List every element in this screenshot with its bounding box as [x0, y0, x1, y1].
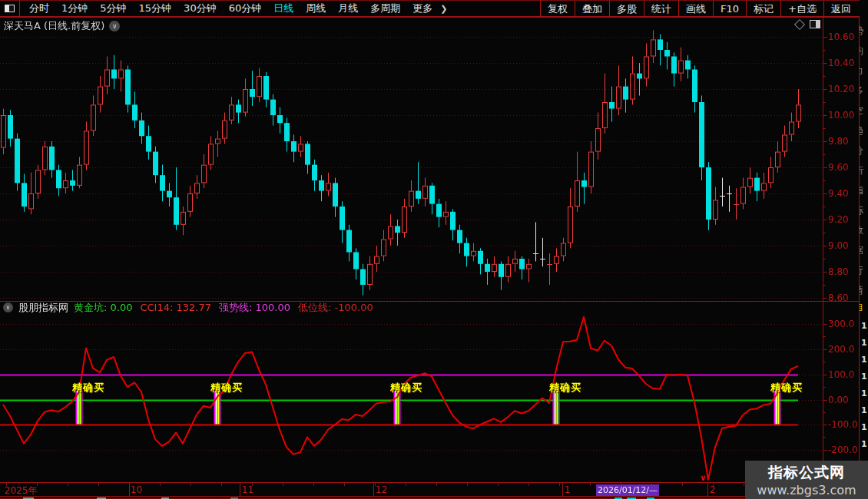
side-panel-fragment: 多 — [860, 84, 863, 97]
watermark-url: www.zbgs3.com — [757, 483, 856, 497]
indicator-header: ∨ 股朋指标网 黄金坑: 0.00CCI14: 132.77强势线: 100.0… — [3, 302, 381, 313]
selected-date-highlight: 2026/01/12/— — [596, 484, 659, 496]
top-toolbar: 分时1分钟5分钟15分钟30分钟60分钟日线周线月线多周期更多❯ 复权叠加多股统… — [0, 0, 868, 17]
side-panel-fragment: 指 — [860, 184, 863, 197]
side-panel-fragment: 析 — [860, 164, 863, 177]
layout-toggle-button[interactable] — [0, 1, 20, 17]
chart-title-row: 深天马А (日线.前复权) ∨ — [4, 19, 120, 33]
action-menu-item[interactable]: +自选 — [780, 1, 823, 17]
stock-title[interactable]: 深天马А (日线.前复权) — [4, 19, 104, 33]
buy-signal-label: 精确买 — [770, 381, 803, 395]
action-menu-item[interactable]: 多股 — [609, 1, 644, 17]
date-axis-label: 11 — [242, 484, 253, 495]
indicator-field: 强势线: 100.00 — [219, 302, 290, 313]
side-panel-fragment: 数 — [860, 224, 863, 237]
period-menu-item[interactable]: 15分钟 — [133, 2, 178, 15]
side-panel-fragment: 分 — [860, 144, 863, 157]
side-panel-digit: 1 — [861, 439, 867, 449]
watermark-title: 指标公式网 — [768, 463, 845, 483]
chart-canvas[interactable] — [0, 0, 868, 499]
buy-signal-label: 精确买 — [210, 381, 243, 395]
indicator-name[interactable]: 股朋指标网 — [18, 301, 68, 315]
side-panel-fragment: 势 — [860, 25, 863, 38]
side-panel-digit: 1 — [861, 422, 867, 432]
chart-corner-icons — [796, 20, 820, 28]
action-menu-item[interactable]: 标记 — [746, 1, 780, 17]
side-panel-fragment: 情 — [860, 284, 863, 297]
date-axis-label: 2025年 — [5, 484, 38, 497]
app-window: 分时1分钟5分钟15分钟30分钟60分钟日线周线月线多周期更多❯ 复权叠加多股统… — [0, 0, 868, 499]
side-panel-fragment: 标 — [860, 204, 863, 217]
action-menu-item[interactable]: F10 — [713, 1, 746, 17]
action-menu-item[interactable]: 画线 — [678, 1, 713, 17]
watermark: 指标公式网 www.zbgs3.com — [745, 461, 868, 499]
action-menu-item[interactable]: 复权 — [540, 1, 575, 17]
side-panel-fragment: 自 — [860, 301, 863, 314]
side-panel-digit: 1 — [861, 321, 867, 331]
indicator-values: 黄金坑: 0.00CCI14: 132.77强势线: 100.00低位线: -1… — [74, 301, 381, 315]
buy-signal-label: 精确买 — [390, 381, 422, 395]
indicator-field: 黄金坑: 0.00 — [74, 302, 132, 313]
period-menu-item[interactable]: 日线 — [267, 2, 300, 15]
period-menu-item[interactable]: 周线 — [300, 2, 332, 15]
side-panel-fragment: 据 — [860, 244, 863, 257]
period-menu-item[interactable]: 月线 — [332, 2, 364, 15]
chevron-down-icon[interactable]: ∨ — [109, 21, 120, 31]
indicator-field: 低位线: -100.00 — [298, 302, 373, 313]
diamond-icon[interactable] — [794, 18, 805, 29]
action-menu-item[interactable]: 统计 — [644, 1, 678, 17]
side-panel-digit: 1 — [861, 372, 867, 382]
indicator-field: CCI14: 132.77 — [140, 302, 211, 313]
side-panel-fragment: 均 — [860, 45, 863, 58]
action-menu: 复权叠加多股统计画线F10标记+自选返回 — [540, 1, 858, 17]
period-menu-item[interactable]: 更多 — [406, 2, 439, 15]
side-panel-digit: 1 — [861, 405, 867, 415]
side-panel-fragment: 趋 — [860, 124, 863, 137]
period-menu-item[interactable]: 1分钟 — [55, 2, 94, 15]
collapse-indicator-icon[interactable]: ∨ — [3, 302, 13, 312]
side-panel-fragment: 空 — [860, 104, 863, 117]
more-arrow-icon[interactable]: ❯ — [439, 4, 449, 14]
side-panel-digit: 1 — [861, 338, 867, 348]
action-menu-item[interactable]: 返回 — [823, 1, 858, 17]
buy-signal-label: 精确买 — [72, 381, 104, 395]
date-axis-label: 10 — [131, 484, 142, 495]
right-edge-panel: 势均力多空趋分析指标数据行情自11111111 — [860, 0, 868, 499]
period-menu-item[interactable]: 多周期 — [364, 2, 406, 15]
date-axis-label: 12 — [376, 484, 387, 495]
window-icon[interactable] — [810, 20, 820, 28]
side-panel-digit: 1 — [861, 355, 867, 365]
buy-signal-label: 精确买 — [549, 381, 581, 395]
side-panel-digit: 1 — [861, 388, 867, 398]
period-menu: 分时1分钟5分钟15分钟30分钟60分钟日线周线月线多周期更多❯ — [23, 2, 449, 15]
period-menu-item[interactable]: 分时 — [23, 2, 55, 15]
side-panel-fragment: 行 — [860, 264, 863, 277]
date-axis-label: 2 — [710, 484, 716, 495]
period-menu-item[interactable]: 60分钟 — [223, 2, 268, 15]
split-window-icon — [5, 5, 15, 12]
side-panel-fragment: 力 — [860, 64, 863, 78]
period-menu-item[interactable]: 30分钟 — [177, 2, 223, 15]
position-arrow-icon: ∨ — [700, 473, 707, 483]
period-menu-item[interactable]: 5分钟 — [94, 2, 132, 15]
date-axis-label: 1 — [565, 484, 571, 495]
action-menu-item[interactable]: 叠加 — [575, 1, 609, 17]
